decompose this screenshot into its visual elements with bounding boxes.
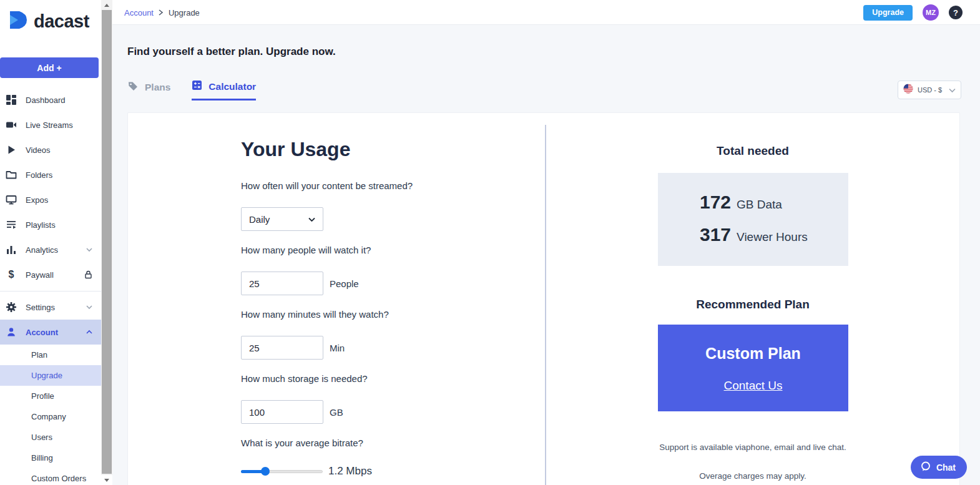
people-unit: People	[330, 272, 404, 295]
sidebar-subitem-custom-orders[interactable]: Custom Orders	[0, 468, 101, 485]
sidebar-subitem-billing[interactable]: Billing	[0, 448, 101, 468]
us-flag-icon	[903, 84, 913, 96]
sidebar-subitem-plan[interactable]: Plan	[0, 345, 101, 365]
scrollbar-thumb[interactable]	[102, 10, 112, 474]
avatar[interactable]: MZ	[923, 4, 939, 21]
chat-bubble-icon	[920, 461, 931, 474]
total-needed-box: 172 GB Data 317 Viewer Hours	[658, 173, 848, 266]
sidebar-item-label: Analytics	[26, 245, 58, 255]
topbar-upgrade-button[interactable]: Upgrade	[863, 5, 913, 21]
sidebar-item-label: Paywall	[26, 270, 54, 280]
folder-icon	[6, 169, 17, 180]
sidebar-item-label: Expos	[26, 195, 48, 205]
sidebar-item-paywall[interactable]: $ Paywall	[0, 262, 101, 287]
sidebar-nav-secondary: Settings Account Plan Upgrade Profile	[0, 295, 101, 485]
chat-button[interactable]: Chat	[911, 456, 967, 479]
calculator-icon	[192, 80, 202, 93]
person-icon	[6, 326, 17, 338]
sidebar-item-dashboard[interactable]: Dashboard	[0, 87, 101, 112]
sidebar-item-account[interactable]: Account	[0, 320, 101, 345]
viewer-hours-unit: Viewer Hours	[737, 230, 808, 244]
video-camera-icon	[6, 119, 17, 130]
sidebar-item-label: Settings	[26, 303, 55, 312]
add-button[interactable]: Add +	[0, 57, 99, 78]
chevron-up-icon	[86, 329, 92, 335]
chat-button-label: Chat	[936, 463, 956, 473]
help-icon[interactable]: ?	[949, 6, 963, 19]
sidebar: dacast Add + Dashboard Live S	[0, 0, 101, 485]
logo-text: dacast	[34, 11, 89, 32]
bitrate-question: What is your average bitrate?	[241, 438, 363, 448]
tabs: Plans Calculator	[127, 80, 256, 100]
data-row: 172 GB Data	[700, 192, 782, 213]
sidebar-item-label: Folders	[26, 170, 52, 180]
lock-icon	[84, 270, 92, 279]
sidebar-subitem-company[interactable]: Company	[0, 406, 101, 427]
main-area: Account Upgrade Upgrade MZ ? Find yourse…	[112, 0, 980, 485]
play-icon	[6, 144, 17, 155]
topbar-right: Upgrade MZ ?	[863, 0, 963, 25]
chevron-down-icon	[86, 304, 92, 310]
plan-name: Custom Plan	[658, 345, 848, 363]
frequency-select[interactable]: Daily	[241, 207, 323, 231]
support-note: Support is available viaphone, email and…	[545, 443, 961, 452]
tab-plans[interactable]: Plans	[127, 80, 170, 100]
sidebar-scrollbar[interactable]	[101, 0, 112, 485]
viewer-hours-value: 317	[700, 224, 731, 245]
sidebar-item-settings[interactable]: Settings	[0, 295, 101, 320]
currency-selector[interactable]: USD - $	[898, 81, 961, 99]
dacast-logo[interactable]: dacast	[8, 10, 89, 32]
topbar: Account Upgrade Upgrade MZ ?	[112, 0, 980, 25]
breadcrumb-chevron-icon	[159, 7, 164, 18]
triangle-down-icon	[104, 479, 109, 482]
sidebar-item-videos[interactable]: Videos	[0, 137, 101, 162]
minutes-question: How many minutes will they watch?	[241, 309, 389, 320]
tab-label: Calculator	[208, 81, 256, 92]
chevron-down-icon	[949, 84, 956, 96]
dollar-icon: $	[6, 269, 17, 280]
storage-unit: GB	[330, 400, 404, 424]
sidebar-subitem-users[interactable]: Users	[0, 427, 101, 448]
data-value: 172	[700, 192, 731, 213]
storage-input[interactable]	[241, 400, 323, 424]
people-input[interactable]	[241, 272, 323, 295]
minutes-input[interactable]	[241, 336, 323, 360]
sidebar-subitem-upgrade[interactable]: Upgrade	[0, 365, 101, 386]
contact-us-link[interactable]: Contact Us	[658, 379, 848, 393]
bitrate-value: 1.2 Mbps	[328, 465, 372, 478]
gear-icon	[6, 301, 17, 313]
playlist-icon	[6, 219, 17, 230]
tab-calculator[interactable]: Calculator	[192, 80, 256, 100]
tab-label: Plans	[145, 82, 170, 93]
page-title: Find yourself a better plan. Upgrade now…	[127, 46, 336, 58]
chevron-down-icon	[308, 213, 315, 225]
sidebar-divider	[0, 291, 101, 291]
sidebar-nav: Dashboard Live Streams Videos	[0, 87, 101, 287]
scroll-up-button[interactable]	[101, 0, 112, 10]
sidebar-item-live-streams[interactable]: Live Streams	[0, 112, 101, 137]
sidebar-item-folders[interactable]: Folders	[0, 162, 101, 187]
total-needed-title: Total needed	[545, 144, 961, 158]
sidebar-item-analytics[interactable]: Analytics	[0, 237, 101, 262]
sidebar-item-label: Dashboard	[26, 96, 66, 105]
sidebar-subitem-profile[interactable]: Profile	[0, 386, 101, 406]
breadcrumb-account-link[interactable]: Account	[124, 8, 154, 17]
sidebar-item-playlists[interactable]: Playlists	[0, 212, 101, 237]
frequency-value: Daily	[249, 214, 308, 225]
recommended-plan-title: Recommended Plan	[545, 298, 961, 311]
currency-value: USD - $	[918, 86, 944, 94]
people-question: How many people will watch it?	[241, 245, 371, 255]
sidebar-item-expos[interactable]: Expos	[0, 187, 101, 212]
monitor-icon	[6, 194, 17, 205]
slider-handle[interactable]	[261, 467, 270, 476]
bitrate-slider[interactable]	[241, 468, 323, 475]
frequency-question: How often will your content be streamed?	[241, 180, 413, 191]
overage-note: Overage charges may apply.	[545, 471, 961, 481]
bar-chart-icon	[6, 244, 17, 255]
app-root: dacast Add + Dashboard Live S	[0, 0, 980, 485]
sidebar-item-label: Playlists	[26, 220, 56, 230]
content: Find yourself a better plan. Upgrade now…	[112, 25, 980, 485]
viewer-hours-row: 317 Viewer Hours	[700, 224, 808, 245]
storage-question: How much storage is needed?	[241, 373, 368, 384]
scroll-down-button[interactable]	[101, 475, 112, 485]
